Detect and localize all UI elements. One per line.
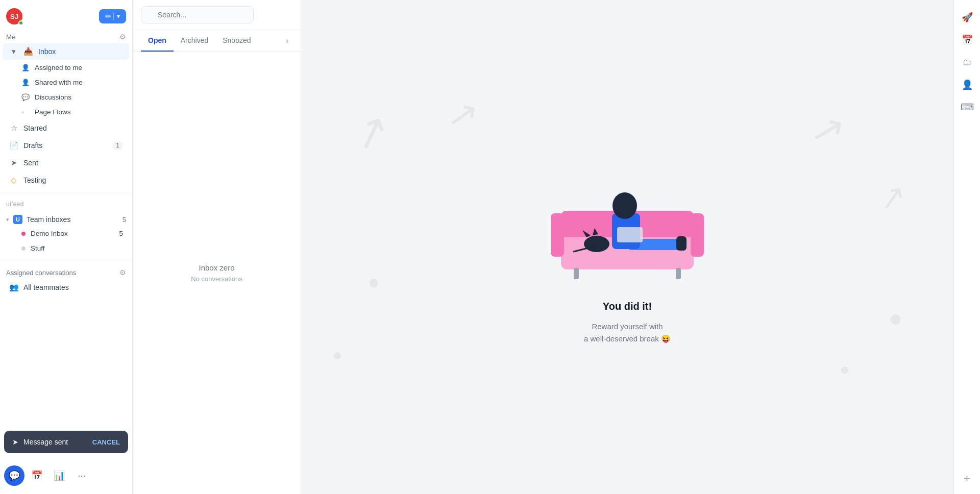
assigned-conversations-label: Assigned conversations bbox=[6, 269, 76, 277]
bottom-nav-calendar-button[interactable]: 📅 bbox=[27, 465, 47, 486]
stuff-label: Stuff bbox=[31, 244, 45, 252]
success-illustration bbox=[546, 150, 709, 292]
toast-notification: ➤ Message sent CANCEL bbox=[4, 431, 128, 453]
bottom-nav-chart-button[interactable]: 📊 bbox=[49, 465, 69, 486]
tab-archived[interactable]: Archived bbox=[174, 30, 215, 52]
right-keyboard-button[interactable]: ⌨ bbox=[958, 98, 976, 116]
search-wrapper: 🔍 bbox=[141, 6, 292, 23]
right-calendar-button[interactable]: 📅 bbox=[958, 31, 976, 49]
page-flows-label: Page Flows bbox=[35, 108, 71, 116]
toast-send-icon: ➤ bbox=[12, 438, 18, 446]
testing-label: Testing bbox=[23, 176, 46, 184]
starred-label: Starred bbox=[23, 124, 47, 132]
sidebar-item-stuff[interactable]: Stuff bbox=[3, 241, 129, 255]
success-title: You did it! bbox=[603, 301, 652, 312]
tab-open[interactable]: Open bbox=[141, 30, 174, 52]
bottom-nav-more-button[interactable]: ··· bbox=[71, 465, 92, 486]
tab-snoozed[interactable]: Snoozed bbox=[215, 30, 258, 52]
sidebar-item-discussions[interactable]: 💬 Discussions bbox=[3, 90, 129, 104]
testing-nav-item[interactable]: ◇ Testing bbox=[3, 172, 129, 188]
svg-rect-19 bbox=[676, 236, 687, 251]
success-sub-line1: Reward yourself with bbox=[592, 322, 663, 331]
inbox-nav-item[interactable]: ▾ 📥 Inbox bbox=[3, 43, 129, 60]
sidebar-item-demo-inbox[interactable]: Demo Inbox 5 bbox=[3, 227, 129, 240]
sidebar-divider bbox=[0, 193, 132, 193]
svg-text:↗: ↗ bbox=[346, 104, 396, 162]
star-icon: ☆ bbox=[9, 124, 18, 133]
success-subtitle: Reward yourself with a well-deserved bre… bbox=[584, 320, 671, 345]
team-section-label: uifeed bbox=[0, 197, 132, 211]
svg-text:↗: ↗ bbox=[876, 177, 910, 218]
stuff-dot-icon bbox=[21, 246, 26, 251]
demo-inbox-label: Demo Inbox bbox=[31, 230, 68, 237]
svg-rect-13 bbox=[676, 268, 681, 279]
discussions-label: Discussions bbox=[35, 93, 71, 101]
testing-icon: ◇ bbox=[9, 176, 18, 185]
right-add-button[interactable]: + bbox=[960, 472, 974, 486]
toast-cancel-button[interactable]: CANCEL bbox=[92, 438, 120, 446]
svg-rect-11 bbox=[691, 213, 704, 257]
svg-point-6 bbox=[841, 366, 848, 374]
sent-label: Sent bbox=[23, 159, 38, 167]
inbox-icon: ▾ bbox=[9, 47, 18, 56]
me-label: Me bbox=[6, 33, 15, 41]
inbox-zero-state: You did it! Reward yourself with a well-… bbox=[546, 150, 709, 345]
me-gear-icon[interactable]: ⚙ bbox=[119, 33, 126, 41]
compose-button[interactable]: ✏ ▾ bbox=[99, 9, 126, 23]
success-sub-line2: a well-deserved break 😝 bbox=[584, 334, 671, 343]
empty-subtitle: No conversations bbox=[191, 275, 242, 283]
sidebar-item-assigned-to-me[interactable]: 👤 Assigned to me bbox=[3, 61, 129, 75]
svg-point-5 bbox=[890, 314, 900, 325]
me-section-header: Me ⚙ bbox=[0, 29, 132, 43]
svg-rect-22 bbox=[617, 227, 643, 242]
assigned-to-me-label: Assigned to me bbox=[35, 64, 82, 71]
page-flows-dot-icon: ● bbox=[21, 110, 30, 115]
svg-rect-12 bbox=[574, 268, 579, 279]
sent-nav-item[interactable]: ➤ Sent bbox=[3, 155, 129, 171]
search-bar: 🔍 bbox=[133, 0, 301, 30]
shared-with-me-icon: 👤 bbox=[21, 79, 30, 86]
right-rocket-button[interactable]: 🚀 bbox=[958, 8, 976, 27]
sidebar-item-page-flows[interactable]: ● Page Flows bbox=[3, 105, 129, 119]
all-teammates-nav-item[interactable]: 👥 All teammates bbox=[3, 279, 129, 295]
empty-conversations-state: Inbox zero No conversations bbox=[133, 52, 301, 494]
teammates-icon: 👥 bbox=[9, 283, 18, 292]
bottom-navigation: 💬 📅 📊 ··· bbox=[4, 465, 92, 486]
svg-point-7 bbox=[334, 352, 341, 359]
svg-text:↗: ↗ bbox=[445, 92, 481, 137]
right-panel: 🚀 📅 🗂 👤 ⌨ + bbox=[953, 0, 980, 494]
demo-inbox-dot-icon bbox=[21, 232, 26, 236]
right-layers-button[interactable]: 🗂 bbox=[958, 53, 976, 71]
toast-label: Message sent bbox=[23, 438, 68, 446]
demo-inbox-count-badge: 5 bbox=[119, 230, 123, 237]
drafts-nav-item[interactable]: 📄 Drafts 1 bbox=[3, 137, 129, 154]
sidebar-item-shared-with-me[interactable]: 👤 Shared with me bbox=[3, 76, 129, 89]
tabs-more-icon[interactable]: › bbox=[282, 32, 292, 50]
svg-point-4 bbox=[369, 279, 378, 287]
team-inboxes-chevron-icon: ▾ bbox=[6, 216, 9, 223]
pencil-icon: ✏ bbox=[105, 12, 111, 20]
avatar[interactable]: SJ bbox=[6, 8, 22, 24]
middle-panel: 🔍 Open Archived Snoozed › Inbox zero No … bbox=[133, 0, 301, 494]
toast-content: ➤ Message sent bbox=[12, 438, 68, 446]
inbox-label: Inbox bbox=[38, 47, 56, 56]
illustration-svg bbox=[546, 150, 709, 282]
team-inboxes-label: Team inboxes bbox=[27, 215, 70, 224]
conversation-tabs: Open Archived Snoozed › bbox=[133, 30, 301, 52]
starred-nav-item[interactable]: ☆ Starred bbox=[3, 120, 129, 136]
shared-with-me-label: Shared with me bbox=[35, 79, 83, 86]
discussions-icon: 💬 bbox=[21, 93, 30, 101]
sidebar: SJ ✏ ▾ Me ⚙ ▾ 📥 Inbox 👤 Assigned to me 👤… bbox=[0, 0, 133, 494]
svg-point-21 bbox=[612, 192, 637, 219]
right-person-button[interactable]: 👤 bbox=[958, 76, 976, 94]
svg-rect-10 bbox=[551, 213, 564, 257]
sidebar-divider-2 bbox=[0, 260, 132, 260]
empty-title: Inbox zero bbox=[199, 263, 234, 272]
search-input[interactable] bbox=[141, 6, 254, 23]
sidebar-header: SJ ✏ ▾ bbox=[0, 0, 132, 29]
team-inboxes-header[interactable]: ▾ U Team inboxes bbox=[6, 215, 70, 224]
assigned-conversations-gear-icon[interactable]: ⚙ bbox=[119, 268, 126, 277]
team-section-header: ▾ U Team inboxes 5 bbox=[0, 211, 132, 226]
team-inboxes-count-badge: 5 bbox=[122, 216, 126, 224]
bottom-nav-chat-button[interactable]: 💬 bbox=[4, 465, 24, 486]
